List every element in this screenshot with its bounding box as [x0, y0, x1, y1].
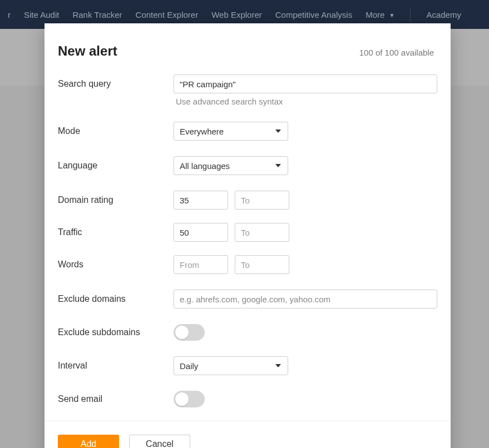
row-words: Words: [58, 255, 437, 274]
row-domain-rating: Domain rating: [58, 191, 437, 210]
nav-item-site-audit[interactable]: Site Audit: [24, 10, 59, 19]
words-from-input[interactable]: [174, 255, 228, 274]
label-mode: Mode: [58, 126, 174, 136]
label-traffic: Traffic: [58, 227, 174, 237]
nav-item-partial[interactable]: r: [8, 10, 11, 19]
words-to-input[interactable]: [235, 255, 289, 274]
row-interval: Interval Daily: [58, 356, 437, 375]
traffic-to-input[interactable]: [235, 223, 289, 242]
label-exclude-domains: Exclude domains: [58, 294, 174, 304]
send-email-toggle[interactable]: [174, 391, 205, 407]
label-search-query: Search query: [58, 79, 174, 89]
interval-select-value: Daily: [180, 361, 198, 371]
label-interval: Interval: [58, 361, 174, 371]
modal-footer: Add Cancel: [45, 421, 451, 448]
alert-form: Search query Use advanced search syntax …: [45, 69, 451, 421]
mode-select-value: Everywhere: [180, 127, 224, 136]
row-send-email: Send email: [58, 391, 437, 407]
nav-item-web-explorer[interactable]: Web Explorer: [211, 10, 262, 19]
nav-item-content-explorer[interactable]: Content Explorer: [136, 10, 199, 19]
exclude-subdomains-toggle[interactable]: [174, 324, 205, 341]
search-hint-row: Use advanced search syntax: [58, 97, 437, 106]
chevron-down-icon: [275, 364, 281, 367]
language-select[interactable]: All languages: [174, 156, 288, 175]
domain-rating-from-input[interactable]: [174, 191, 228, 210]
chevron-down-icon: ▼: [389, 12, 395, 18]
add-button[interactable]: Add: [58, 435, 119, 448]
row-language: Language All languages: [58, 156, 437, 175]
chevron-down-icon: [275, 164, 281, 167]
new-alert-modal: New alert 100 of 100 available Search qu…: [45, 23, 451, 448]
domain-rating-to-input[interactable]: [235, 191, 289, 210]
traffic-from-input[interactable]: [174, 223, 228, 242]
row-search-query: Search query: [58, 74, 437, 93]
alerts-available-count: 100 of 100 available: [359, 48, 434, 57]
mode-select[interactable]: Everywhere: [174, 122, 288, 141]
row-exclude-subdomains: Exclude subdomains: [58, 324, 437, 341]
toggle-knob: [175, 326, 189, 339]
interval-select[interactable]: Daily: [174, 356, 288, 375]
row-mode: Mode Everywhere: [58, 122, 437, 141]
modal-header: New alert 100 of 100 available: [45, 23, 451, 69]
label-send-email: Send email: [58, 394, 174, 404]
exclude-domains-input[interactable]: [174, 290, 437, 308]
advanced-syntax-link[interactable]: Use advanced search syntax: [176, 97, 283, 106]
label-language: Language: [58, 161, 174, 171]
nav-divider: [410, 7, 411, 22]
label-domain-rating: Domain rating: [58, 195, 174, 205]
nav-item-competitive-analysis[interactable]: Competitive Analysis: [275, 10, 352, 19]
nav-more-label: More: [365, 10, 384, 19]
nav-item-rank-tracker[interactable]: Rank Tracker: [72, 10, 122, 19]
nav-item-academy[interactable]: Academy: [426, 10, 461, 19]
row-traffic: Traffic: [58, 223, 437, 242]
nav-item-more[interactable]: More ▼: [365, 10, 394, 19]
label-exclude-subdomains: Exclude subdomains: [58, 327, 174, 337]
toggle-knob: [175, 392, 189, 406]
chevron-down-icon: [275, 130, 281, 133]
search-query-input[interactable]: [174, 74, 437, 93]
cancel-button[interactable]: Cancel: [129, 435, 190, 448]
label-words: Words: [58, 260, 174, 270]
modal-title: New alert: [58, 43, 117, 59]
row-exclude-domains: Exclude domains: [58, 290, 437, 308]
language-select-value: All languages: [180, 161, 230, 171]
